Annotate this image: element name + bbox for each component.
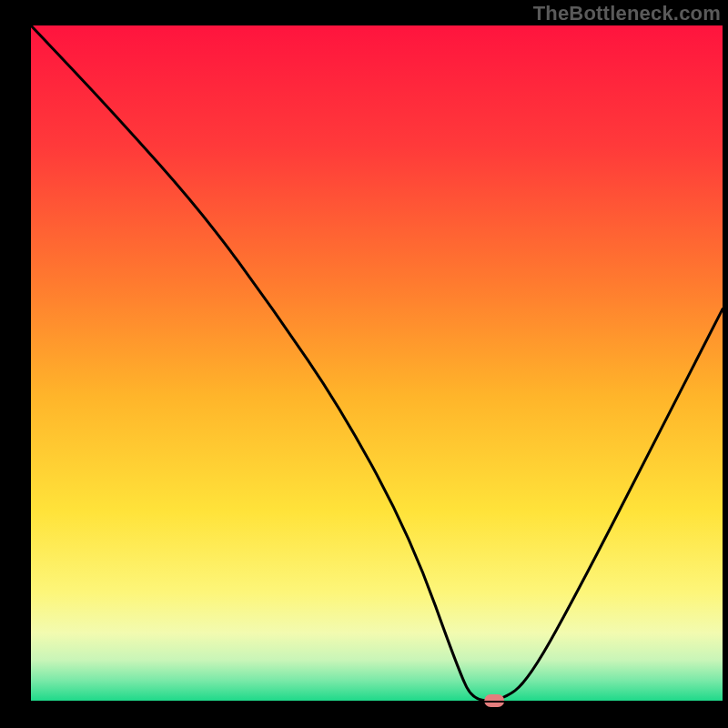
bottleneck-chart	[0, 0, 728, 728]
plot-background	[31, 25, 723, 701]
chart-frame: TheBottleneck.com	[0, 0, 728, 728]
watermark-text: TheBottleneck.com	[533, 2, 721, 25]
